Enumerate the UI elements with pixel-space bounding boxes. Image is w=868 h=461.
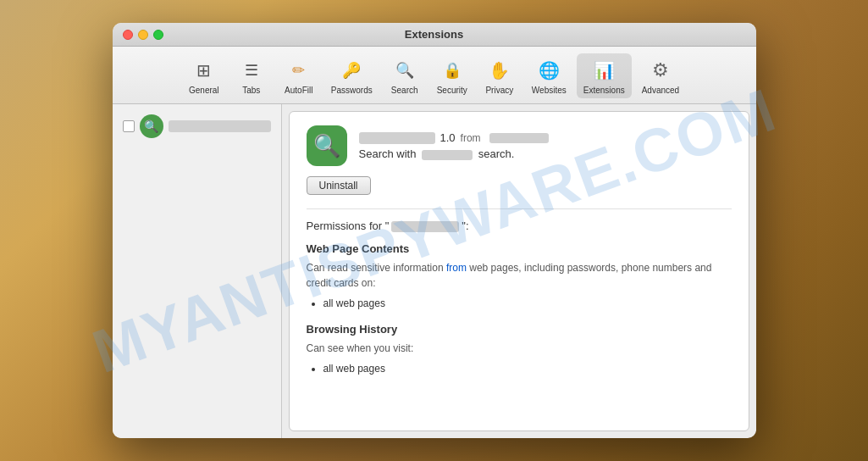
extensions-sidebar: 🔍 xyxy=(113,104,282,438)
toolbar-label-search: Search xyxy=(391,86,418,95)
search-suffix: search. xyxy=(478,147,515,160)
permissions-title: Permissions for "": xyxy=(307,219,732,232)
websites-icon xyxy=(535,57,562,84)
browsing-history-title: Browsing History xyxy=(307,323,732,336)
traffic-lights xyxy=(123,30,163,40)
extension-info: 1.0 from Search with search. xyxy=(359,131,732,160)
extension-header: 🔍 1.0 from Search with search. xyxy=(307,125,732,166)
permissions-prefix: Permissions for " xyxy=(307,219,390,232)
toolbar-item-advanced[interactable]: Advanced xyxy=(635,53,686,98)
window-title: Extensions xyxy=(405,28,463,41)
search-icon xyxy=(391,57,418,84)
divider xyxy=(307,208,732,209)
toolbar-item-security[interactable]: Security xyxy=(430,53,474,98)
maximize-button[interactable] xyxy=(153,30,163,40)
toolbar-item-privacy[interactable]: Privacy xyxy=(478,53,522,98)
extension-name-blurred xyxy=(359,132,435,144)
toolbar-item-general[interactable]: General xyxy=(182,53,226,98)
toolbar-item-tabs[interactable]: Tabs xyxy=(229,53,274,98)
extension-detail-panel: 🔍 1.0 from Search with search. xyxy=(289,111,749,431)
privacy-icon xyxy=(486,57,513,84)
toolbar-label-privacy: Privacy xyxy=(485,86,513,95)
desc-before: Can read sensitive information xyxy=(307,262,446,274)
security-icon xyxy=(439,57,466,84)
extension-version: 1.0 xyxy=(440,131,456,144)
toolbar-label-advanced: Advanced xyxy=(642,86,679,95)
extension-name-row: 1.0 from xyxy=(359,131,732,144)
web-page-contents-list: all web pages xyxy=(323,297,732,309)
permissions-suffix: ": xyxy=(462,219,468,232)
toolbar-label-extensions: Extensions xyxy=(583,86,625,95)
toolbar-label-passwords: Passwords xyxy=(331,86,373,95)
toolbar-item-autofill[interactable]: AutoFill xyxy=(277,53,321,98)
uninstall-button-container: Uninstall xyxy=(307,176,732,195)
permissions-name-blurred xyxy=(391,221,459,232)
list-item: all web pages xyxy=(323,363,732,375)
autofill-icon xyxy=(285,57,312,84)
toolbar-label-autofill: AutoFill xyxy=(285,86,312,95)
uninstall-button[interactable]: Uninstall xyxy=(307,176,371,195)
browsing-history-desc: Can see when you visit: xyxy=(307,341,732,356)
sidebar-extension-item[interactable]: 🔍 xyxy=(119,111,274,142)
toolbar-item-search[interactable]: Search xyxy=(383,53,427,98)
window: Extensions General Tabs AutoFill Passwor… xyxy=(113,23,756,438)
tabs-icon xyxy=(238,57,265,84)
browsing-history-list: all web pages xyxy=(323,363,732,375)
extension-icon: 🔍 xyxy=(307,125,347,166)
toolbar-label-security: Security xyxy=(437,86,467,95)
toolbar-label-general: General xyxy=(189,86,219,95)
extension-description: Search with search. xyxy=(359,147,732,160)
toolbar-item-extensions[interactable]: Extensions xyxy=(577,53,632,98)
web-page-contents-section: Web Page Contents Can read sensitive inf… xyxy=(307,242,732,309)
extensions-icon xyxy=(590,57,617,84)
toolbar: General Tabs AutoFill Passwords Search S… xyxy=(113,47,756,104)
desc-from: from xyxy=(446,262,467,274)
extension-desc-blurred xyxy=(422,150,473,160)
extension-name-blurred xyxy=(169,120,271,132)
toolbar-item-websites[interactable]: Websites xyxy=(525,53,573,98)
advanced-icon xyxy=(647,57,674,84)
list-item: all web pages xyxy=(323,297,732,309)
extension-source-blurred xyxy=(489,133,549,143)
general-icon xyxy=(191,57,218,84)
main-content: 🔍 🔍 1.0 from Search with xyxy=(113,104,756,438)
title-bar: Extensions xyxy=(113,23,756,47)
extension-search-icon: 🔍 xyxy=(140,114,163,138)
minimize-button[interactable] xyxy=(138,30,148,40)
web-page-contents-desc: Can read sensitive information from web … xyxy=(307,260,732,291)
search-with-label: Search with xyxy=(359,147,417,160)
toolbar-label-tabs: Tabs xyxy=(242,86,260,95)
extension-from: from xyxy=(461,132,481,144)
close-button[interactable] xyxy=(123,30,133,40)
toolbar-item-passwords[interactable]: Passwords xyxy=(324,53,379,98)
browsing-history-section: Browsing History Can see when you visit:… xyxy=(307,323,732,375)
passwords-icon xyxy=(338,57,365,84)
extension-checkbox[interactable] xyxy=(123,120,135,132)
web-page-contents-title: Web Page Contents xyxy=(307,242,732,255)
toolbar-label-websites: Websites xyxy=(532,86,567,95)
